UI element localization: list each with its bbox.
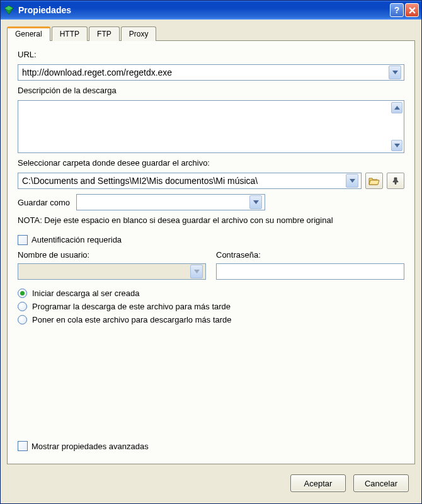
help-button[interactable]: ?	[390, 3, 404, 17]
description-textarea[interactable]	[18, 100, 404, 153]
password-label: Contraseña:	[216, 250, 404, 260]
titlebar[interactable]: Propiedades ?	[1, 1, 421, 20]
tab-http[interactable]: HTTP	[52, 26, 88, 41]
radio-queue-label: Poner en cola este archivo para descarga…	[32, 315, 232, 324]
browse-folder-button[interactable]	[365, 173, 383, 189]
close-button[interactable]	[405, 3, 419, 17]
url-input[interactable]: http://download.reget.com/regetdx.exe	[18, 64, 404, 81]
username-input	[18, 263, 206, 280]
folder-value: C:\Documents and Settings\MI2\Mis docume…	[21, 176, 346, 186]
svg-marker-4	[394, 144, 400, 147]
svg-marker-2	[392, 71, 398, 74]
scroll-down-icon[interactable]	[391, 140, 402, 151]
folder-label: Seleccionar carpeta donde desee guardar …	[18, 158, 404, 168]
radio-schedule-label: Programar la descarga de este archivo pa…	[32, 302, 231, 311]
accept-button[interactable]: Aceptar	[290, 474, 346, 492]
auth-checkbox[interactable]	[18, 235, 28, 245]
folder-open-icon	[368, 176, 380, 185]
saveas-dropdown-icon[interactable]	[249, 195, 262, 209]
tab-general[interactable]: General	[7, 26, 50, 41]
app-icon	[3, 4, 14, 16]
password-input	[216, 263, 404, 280]
start-mode-group: Iniciar descarga al ser creada Programar…	[18, 289, 404, 324]
url-dropdown-icon[interactable]	[389, 66, 401, 79]
pin-button[interactable]	[387, 173, 404, 189]
svg-marker-5	[350, 179, 355, 183]
auth-label: Autentificación requerida	[31, 235, 122, 244]
tab-strip: General HTTP FTP Proxy	[7, 26, 415, 40]
radio-start-now-label: Iniciar descarga al ser creada	[32, 289, 140, 298]
dialog-buttons: Aceptar Cancelar	[7, 464, 415, 503]
tab-ftp[interactable]: FTP	[89, 26, 120, 41]
radio-start-now[interactable]	[18, 289, 27, 298]
tab-proxy[interactable]: Proxy	[121, 26, 157, 41]
saveas-label: Guardar como	[18, 198, 70, 207]
svg-marker-3	[394, 106, 400, 110]
pin-icon	[391, 176, 400, 185]
saveas-input[interactable]	[76, 194, 265, 210]
url-label: URL:	[18, 50, 404, 59]
scroll-up-icon[interactable]	[391, 102, 402, 113]
advanced-label: Mostrar propiedades avanzadas	[31, 442, 149, 451]
radio-schedule[interactable]	[18, 302, 27, 311]
window-title: Propiedades	[18, 5, 390, 15]
properties-dialog: Propiedades ? General HTTP FTP Proxy URL…	[0, 0, 422, 504]
svg-marker-6	[253, 200, 259, 204]
description-label: Descripción de la descarga	[18, 86, 404, 95]
folder-input[interactable]: C:\Documents and Settings\MI2\Mis docume…	[18, 173, 362, 189]
username-dropdown-icon	[190, 265, 203, 278]
radio-queue[interactable]	[18, 315, 27, 324]
folder-dropdown-icon[interactable]	[346, 174, 358, 188]
saveas-note: NOTA: Deje este espacio en blanco si des…	[18, 215, 404, 226]
tab-panel-general: URL: http://download.reget.com/regetdx.e…	[7, 40, 415, 464]
svg-marker-7	[194, 270, 200, 273]
username-label: Nombre de usuario:	[18, 250, 206, 260]
advanced-checkbox[interactable]	[18, 441, 28, 451]
url-value: http://download.reget.com/regetdx.exe	[21, 67, 389, 77]
cancel-button[interactable]: Cancelar	[353, 474, 409, 492]
